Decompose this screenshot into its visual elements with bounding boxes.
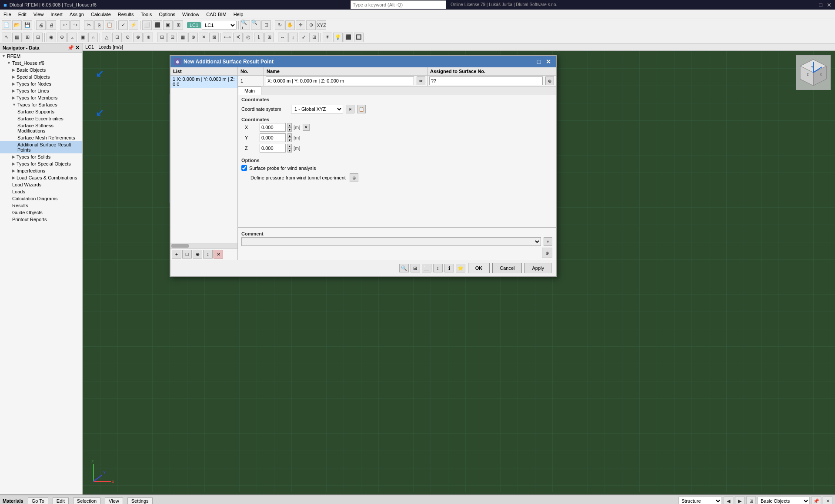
disp3-btn[interactable]: ▦ bbox=[178, 33, 187, 42]
disp5-btn[interactable]: ✕ bbox=[199, 33, 208, 42]
list-copy-btn[interactable]: □ bbox=[182, 250, 192, 259]
xyz-btn[interactable]: XYZ bbox=[317, 20, 326, 30]
lc-combo[interactable]: LC1 bbox=[202, 21, 237, 30]
nav-pin-btn[interactable]: 📌 bbox=[67, 45, 74, 51]
menu-options[interactable]: Options bbox=[155, 11, 179, 18]
draw2-btn[interactable]: ⊕ bbox=[57, 33, 67, 42]
nav-types-special[interactable]: Types for Special Objects bbox=[0, 160, 82, 167]
info1-btn[interactable]: ℹ bbox=[254, 33, 264, 42]
close-button[interactable]: ✕ bbox=[827, 2, 832, 8]
dialog-close-btn[interactable]: ✕ bbox=[544, 58, 552, 66]
fit-btn[interactable]: ⊡ bbox=[261, 20, 271, 30]
footer-search-btn[interactable]: 🔍 bbox=[399, 264, 409, 272]
z-spin-up[interactable]: ▲ bbox=[287, 144, 292, 148]
snap1-btn[interactable]: △ bbox=[102, 33, 111, 42]
transform1-btn[interactable]: ↔ bbox=[278, 33, 287, 42]
disp4-btn[interactable]: ⊕ bbox=[188, 33, 198, 42]
comment-select[interactable] bbox=[241, 237, 541, 246]
nav-surface-stiffness[interactable]: Surface Stiffness Modifications bbox=[0, 122, 82, 134]
rotate-btn[interactable]: ↻ bbox=[275, 20, 284, 30]
assigned-btn[interactable]: ⊕ bbox=[545, 76, 554, 85]
nav-project[interactable]: Test_House.rf6 bbox=[0, 60, 82, 66]
render2-btn[interactable]: 🔲 bbox=[354, 33, 364, 42]
disp1-btn[interactable]: ⊞ bbox=[157, 33, 167, 42]
dialog-list-scroll-thumb[interactable] bbox=[171, 244, 189, 248]
copy-btn[interactable]: ⎘ bbox=[94, 20, 104, 30]
minimize-button[interactable]: − bbox=[812, 2, 815, 8]
bottom-next-btn[interactable]: ▶ bbox=[735, 496, 745, 504]
nav-types-members[interactable]: Types for Members bbox=[0, 94, 82, 101]
calc-btn[interactable]: ⚡ bbox=[129, 20, 138, 30]
nav-results[interactable]: Results bbox=[0, 202, 82, 209]
name-edit-btn[interactable]: ✏ bbox=[417, 76, 425, 85]
nav-surface-supports[interactable]: Surface Supports bbox=[0, 108, 82, 115]
menu-window[interactable]: Window bbox=[179, 11, 203, 18]
redo-btn[interactable]: ↪ bbox=[70, 20, 80, 30]
measure3-btn[interactable]: ◎ bbox=[244, 33, 253, 42]
nav-imperfections[interactable]: Imperfections bbox=[0, 167, 82, 174]
settings-btn[interactable]: Settings bbox=[127, 497, 153, 504]
y-spin-up[interactable]: ▲ bbox=[287, 133, 292, 138]
nav-calc-diagrams[interactable]: Calculation Diagrams bbox=[0, 195, 82, 202]
nav-types-nodes[interactable]: Types for Nodes bbox=[0, 80, 82, 87]
zoom-in-btn[interactable]: 🔍+ bbox=[240, 20, 250, 30]
view3-btn[interactable]: ▣ bbox=[163, 20, 173, 30]
z-spin-down[interactable]: ▼ bbox=[287, 148, 292, 153]
bottom-pin-btn[interactable]: 📌 bbox=[812, 496, 821, 504]
nav-close-btn[interactable]: ✕ bbox=[75, 45, 80, 51]
zoom-out-btn[interactable]: 🔍− bbox=[251, 20, 261, 30]
cancel-button[interactable]: Cancel bbox=[492, 263, 522, 273]
coord-paste-btn[interactable]: 📋 bbox=[357, 105, 366, 113]
3d-cube-widget[interactable]: Y X Z bbox=[796, 55, 831, 90]
dialog-minimize-btn[interactable]: □ bbox=[535, 58, 543, 66]
light1-btn[interactable]: ☀ bbox=[323, 33, 332, 42]
view2-btn[interactable]: ⬛ bbox=[153, 20, 162, 30]
edit-bottom-btn[interactable]: Edit bbox=[53, 497, 69, 504]
nav-additional-surface[interactable]: Additional Surface Result Points bbox=[0, 141, 82, 153]
pan-btn[interactable]: ✋ bbox=[285, 20, 295, 30]
paste-btn[interactable]: 📋 bbox=[105, 20, 114, 30]
footer-star-btn[interactable]: ⭐ bbox=[456, 264, 465, 272]
goto-btn[interactable]: Go To bbox=[28, 497, 48, 504]
apply-button[interactable]: Apply bbox=[524, 263, 551, 273]
bottom-close-btn[interactable]: ✕ bbox=[823, 496, 832, 504]
wind-tunnel-btn[interactable]: ⊕ bbox=[350, 173, 358, 182]
name-input[interactable] bbox=[266, 76, 414, 85]
menu-calculate[interactable]: Calculate bbox=[87, 11, 114, 18]
nav-surface-eccentricities[interactable]: Surface Eccentricities bbox=[0, 115, 82, 122]
nav-load-wizards[interactable]: Load Wizards bbox=[0, 181, 82, 188]
snap3-btn[interactable]: ⊙ bbox=[123, 33, 132, 42]
dialog-list-row-1[interactable]: 1 X: 0.000 m | Y: 0.000 m | Z: 0.0 bbox=[170, 76, 237, 88]
coord-copy-btn[interactable]: ⎘ bbox=[346, 105, 354, 113]
selection-btn[interactable]: Selection bbox=[73, 497, 100, 504]
transform3-btn[interactable]: ⤢ bbox=[299, 33, 308, 42]
nav-special-objects[interactable]: Special Objects bbox=[0, 73, 82, 80]
basic-objects-combo[interactable]: Basic Objects bbox=[758, 497, 810, 504]
assigned-input[interactable] bbox=[429, 76, 543, 85]
nav-types-surfaces[interactable]: Types for Surfaces bbox=[0, 101, 82, 108]
nav-printout[interactable]: Printout Reports bbox=[0, 216, 82, 223]
disp2-btn[interactable]: ⊡ bbox=[167, 33, 177, 42]
open-btn[interactable]: 📂 bbox=[12, 20, 22, 30]
move-btn[interactable]: ✈ bbox=[296, 20, 305, 30]
check-btn[interactable]: ✓ bbox=[118, 20, 128, 30]
coord-system-select[interactable]: 1 - Global XYZ bbox=[291, 105, 343, 113]
draw5-btn[interactable]: ⌂ bbox=[88, 33, 98, 42]
list-edit-btn[interactable]: ⊕ bbox=[193, 250, 202, 259]
menu-file[interactable]: File bbox=[0, 11, 15, 18]
x-clear-btn[interactable]: ✕ bbox=[303, 124, 310, 131]
bottom-filter-btn[interactable]: ⊞ bbox=[746, 496, 756, 504]
print-btn[interactable]: 🖨 bbox=[36, 20, 46, 30]
view1-btn[interactable]: ⬜ bbox=[142, 20, 152, 30]
info2-btn[interactable]: ⊞ bbox=[264, 33, 274, 42]
select2-btn[interactable]: ▦ bbox=[12, 33, 22, 42]
ok-button[interactable]: OK bbox=[468, 263, 490, 273]
transform2-btn[interactable]: ↕ bbox=[288, 33, 298, 42]
snap4-btn[interactable]: ⊗ bbox=[133, 33, 143, 42]
select3-btn[interactable]: ⊞ bbox=[23, 33, 32, 42]
nav-surface-mesh[interactable]: Surface Mesh Refinements bbox=[0, 134, 82, 141]
save-btn[interactable]: 💾 bbox=[23, 20, 32, 30]
comment-extra-btn[interactable]: ⊕ bbox=[542, 248, 552, 258]
cut-btn[interactable]: ✂ bbox=[84, 20, 94, 30]
dialog-list-hscroll[interactable] bbox=[170, 243, 237, 248]
